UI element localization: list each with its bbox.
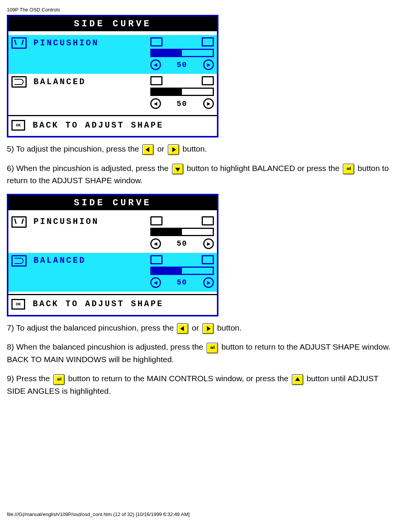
osd-row-label: BALANCED	[33, 256, 86, 265]
balanced-icon	[11, 76, 27, 88]
text: 9) Press the	[7, 374, 52, 383]
osd-row-balanced[interactable]: BALANCED ◀ 50 ▶	[8, 74, 217, 113]
text: button.	[217, 323, 242, 332]
osd-row-pincushion[interactable]: PINCUSHION ◀ 50 ▶	[8, 35, 217, 74]
osd-row-label: PINCUSHION	[33, 217, 99, 227]
svg-marker-0	[146, 147, 150, 152]
shape-left-icon	[150, 216, 162, 225]
increase-arrow-icon[interactable]: ▶	[203, 98, 214, 109]
ad-button-icon[interactable]: ad	[207, 343, 218, 353]
page-footer-path: file:///G|/manual/english/109P/osd/osd_c…	[7, 511, 404, 517]
ok-icon: OK	[11, 120, 25, 131]
left-button-icon[interactable]	[177, 323, 188, 334]
text: or	[192, 323, 201, 332]
svg-marker-5	[295, 377, 300, 381]
shape-right-icon	[202, 76, 214, 85]
shape-left-icon	[150, 255, 162, 264]
shape-right-icon	[202, 255, 214, 264]
pincushion-icon	[11, 37, 27, 49]
instruction-6: 6) When the pincushion is adjusted, pres…	[7, 162, 399, 187]
instruction-7: 7) To adjust the balanced pincushion, pr…	[7, 322, 399, 334]
value-bar	[150, 49, 214, 57]
text: 6) When the pincushion is adjusted, pres…	[7, 164, 171, 173]
decrease-arrow-icon[interactable]: ◀	[150, 277, 161, 288]
page-header: 109P The OSD Controls	[7, 7, 404, 13]
value-bar	[150, 88, 214, 96]
osd-row-pincushion[interactable]: PINCUSHION ◀ 50 ▶	[8, 214, 217, 253]
up-button-icon[interactable]	[292, 374, 303, 385]
text: button to highlight BALANCED or press th…	[187, 164, 342, 173]
ad-button-icon[interactable]: ad	[343, 164, 354, 174]
down-button-icon[interactable]	[172, 164, 183, 174]
right-button-icon[interactable]	[168, 144, 179, 155]
text: 7) To adjust the balanced pincushion, pr…	[7, 323, 176, 332]
svg-marker-2	[175, 168, 180, 172]
osd-row-balanced[interactable]: BALANCED ◀ 50 ▶	[8, 253, 217, 292]
instruction-5: 5) To adjust the pincushion, press the o…	[7, 143, 399, 155]
right-button-icon[interactable]	[202, 323, 214, 334]
text: 8) When the balanced pincushion is adjus…	[7, 342, 206, 351]
shape-right-icon	[202, 216, 214, 225]
value-bar	[150, 228, 214, 236]
osd-footer-label: BACK TO ADJUST SHAPE	[33, 121, 164, 130]
osd-panel-2: SIDE CURVE PINCUSHION ◀ 50 ▶	[7, 194, 218, 316]
balanced-icon	[11, 255, 27, 267]
osd-row-label: BALANCED	[33, 77, 86, 87]
osd-footer-label: BACK TO ADJUST SHAPE	[33, 299, 164, 309]
svg-marker-3	[180, 326, 184, 331]
osd-panel-1: SIDE CURVE PINCUSHION ◀ 50 ▶	[7, 15, 218, 137]
text: button.	[183, 144, 207, 153]
osd-title: SIDE CURVE	[8, 16, 217, 31]
decrease-arrow-icon[interactable]: ◀	[150, 238, 161, 249]
osd-title: SIDE CURVE	[8, 195, 217, 210]
osd-footer[interactable]: OK BACK TO ADJUST SHAPE	[8, 116, 217, 136]
value-readout: 50	[177, 239, 187, 248]
osd-row-label: PINCUSHION	[33, 38, 99, 48]
shape-left-icon	[150, 76, 162, 85]
ok-icon: OK	[11, 299, 25, 310]
text: 5) To adjust the pincushion, press the	[7, 144, 141, 153]
ad-button-icon[interactable]: ad	[53, 374, 65, 385]
shape-left-icon	[150, 37, 162, 46]
pincushion-icon	[11, 216, 27, 228]
instruction-9: 9) Press the ad button to return to the …	[7, 372, 399, 397]
value-readout: 50	[177, 278, 187, 287]
svg-marker-1	[172, 147, 176, 152]
increase-arrow-icon[interactable]: ▶	[203, 277, 214, 288]
increase-arrow-icon[interactable]: ▶	[203, 59, 214, 70]
value-bar	[150, 267, 214, 275]
osd-footer[interactable]: OK BACK TO ADJUST SHAPE	[8, 295, 217, 315]
svg-marker-4	[207, 326, 211, 331]
instruction-8: 8) When the balanced pincushion is adjus…	[7, 341, 399, 366]
text: or	[157, 144, 167, 153]
increase-arrow-icon[interactable]: ▶	[203, 238, 214, 249]
decrease-arrow-icon[interactable]: ◀	[150, 59, 161, 70]
shape-right-icon	[202, 37, 214, 46]
text: button to return to the MAIN CONTROLS wi…	[68, 374, 291, 383]
decrease-arrow-icon[interactable]: ◀	[150, 98, 161, 109]
value-readout: 50	[177, 61, 187, 69]
left-button-icon[interactable]	[142, 144, 154, 155]
value-readout: 50	[177, 99, 187, 108]
